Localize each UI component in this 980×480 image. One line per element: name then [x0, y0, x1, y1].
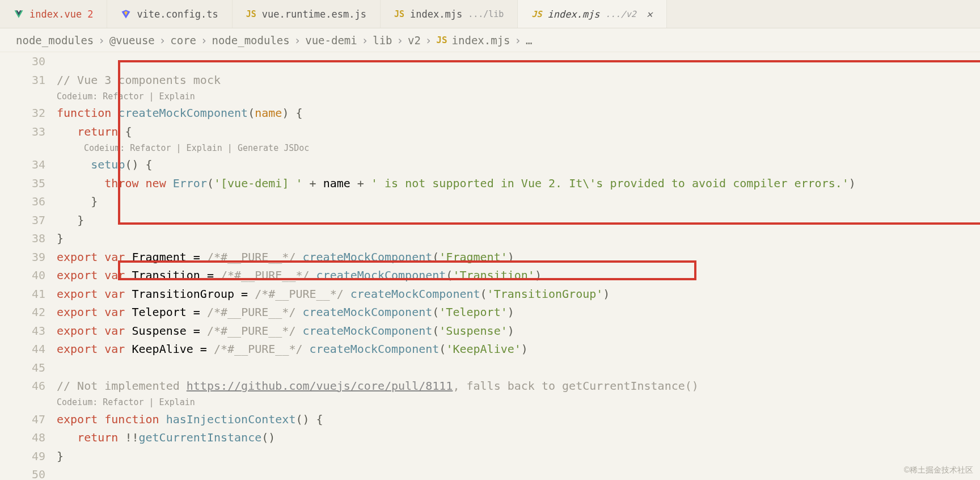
- tab-suffix: .../v2: [606, 9, 636, 19]
- line-gutter: 3031323334353637383940414243444546474849…: [0, 52, 57, 480]
- breadcrumb-segment[interactable]: lib: [373, 34, 392, 47]
- breadcrumb-file[interactable]: index.mjs: [452, 34, 510, 47]
- tab-label: index.mjs: [547, 9, 599, 20]
- breadcrumb-trailing: …: [526, 34, 532, 47]
- vue-icon: [14, 9, 24, 19]
- code-line: [57, 359, 980, 377]
- watermark: ©稀土掘金技术社区: [904, 465, 973, 475]
- code-line: return {: [57, 123, 980, 141]
- tab-label: vue.runtime.esm.js: [262, 9, 366, 20]
- codeium-hint[interactable]: Codeium: Refactor | Explain: [57, 395, 980, 410]
- tab-label: index.mjs: [410, 9, 462, 20]
- code-line: }: [57, 447, 980, 466]
- js-icon: JS: [531, 9, 542, 19]
- code-line: function createMockComponent(name) {: [57, 104, 980, 123]
- breadcrumb-segment[interactable]: node_modules: [212, 34, 289, 47]
- codeium-hint[interactable]: Codeium: Refactor | Explain: [57, 89, 980, 104]
- code-content[interactable]: // Vue 3 components mock Codeium: Refact…: [57, 52, 980, 480]
- code-editor[interactable]: 3031323334353637383940414243444546474849…: [0, 52, 980, 480]
- tab-index-mjs-v2[interactable]: JS index.mjs .../v2 ✕: [518, 0, 666, 28]
- tab-label: vite.config.ts: [137, 9, 218, 20]
- js-icon: JS: [246, 9, 256, 19]
- code-line: // Not implemented https://github.com/vu…: [57, 377, 980, 395]
- code-line: export var Transition = /*#__PURE__*/ cr…: [57, 266, 980, 285]
- tab-suffix: .../lib: [468, 9, 504, 19]
- breadcrumb-segment[interactable]: node_modules: [16, 34, 94, 47]
- code-line: setup() {: [57, 155, 980, 174]
- code-line: export var TransitionGroup = /*#__PURE__…: [57, 285, 980, 304]
- code-line: export var Teleport = /*#__PURE__*/ crea…: [57, 303, 980, 322]
- code-line: export var Fragment = /*#__PURE__*/ crea…: [57, 248, 980, 267]
- tab-vue-runtime[interactable]: JS vue.runtime.esm.js: [233, 0, 381, 28]
- tab-vite-config[interactable]: vite.config.ts: [107, 0, 232, 28]
- code-line: }: [57, 229, 980, 248]
- breadcrumb: node_modules› @vueuse› core› node_module…: [0, 28, 980, 52]
- js-icon: JS: [436, 35, 447, 45]
- tab-label: index.vue: [29, 9, 82, 20]
- code-line: export var KeepAlive = /*#__PURE__*/ cre…: [57, 340, 980, 359]
- js-icon: JS: [394, 9, 404, 19]
- tab-badge: 2: [87, 9, 93, 20]
- breadcrumb-segment[interactable]: vue-demi: [305, 34, 357, 47]
- breadcrumb-segment[interactable]: @vueuse: [109, 34, 155, 47]
- vite-icon: [121, 9, 131, 19]
- code-line: export var Suspense = /*#__PURE__*/ crea…: [57, 322, 980, 340]
- code-line: export function hasInjectionContext() {: [57, 410, 980, 429]
- code-line: [57, 465, 980, 480]
- code-line: }: [57, 192, 980, 211]
- tab-index-mjs-lib[interactable]: JS index.mjs .../lib: [381, 0, 518, 28]
- code-line: throw new Error('[vue-demi] ' + name + '…: [57, 174, 980, 193]
- breadcrumb-segment[interactable]: v2: [408, 34, 421, 47]
- codeium-hint[interactable]: Codeium: Refactor | Explain | Generate J…: [57, 141, 980, 155]
- code-line: [57, 52, 980, 71]
- code-line: // Vue 3 components mock: [57, 71, 980, 90]
- tab-index-vue[interactable]: index.vue 2: [0, 0, 107, 28]
- editor-tabs-bar: index.vue 2 vite.config.ts JS vue.runtim…: [0, 0, 980, 28]
- breadcrumb-segment[interactable]: core: [170, 34, 196, 47]
- code-line: }: [57, 211, 980, 230]
- close-icon[interactable]: ✕: [647, 8, 653, 20]
- code-line: return !!getCurrentInstance(): [57, 428, 980, 447]
